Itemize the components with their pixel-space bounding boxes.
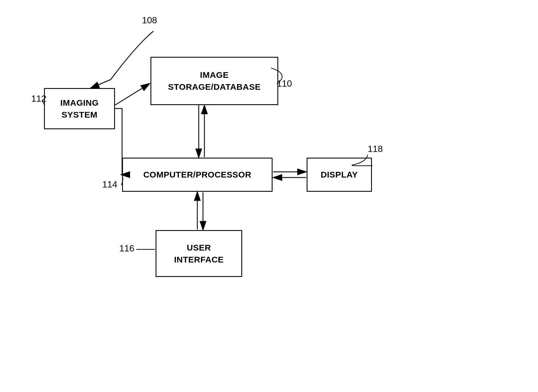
ref-110-label: 110 xyxy=(277,78,292,89)
diagram-container: IMAGESTORAGE/DATABASE IMAGINGSYSTEM COMP… xyxy=(0,0,538,392)
ref-116-label: 116 xyxy=(119,243,134,253)
arrows-svg: 108 110 112 114 116 118 xyxy=(0,0,538,392)
ref-118-label: 118 xyxy=(368,144,383,154)
ref-108-label: 108 xyxy=(142,15,157,25)
ref-112-label: 112 xyxy=(31,93,46,104)
ref-114-label: 114 xyxy=(102,179,117,189)
svg-line-2 xyxy=(115,84,149,105)
